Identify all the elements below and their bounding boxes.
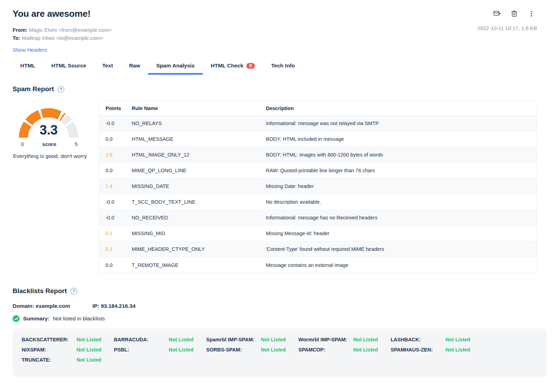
spam-report-section: Spam Report ? 3.3 0 score 5 Everything i… bbox=[13, 85, 546, 273]
gauge-max-label: 5 bbox=[75, 141, 78, 147]
table-row: 0.0MIME_QP_LONG_LINERAW: Quoted-printabl… bbox=[99, 163, 537, 179]
blacklist-status: Not Listed bbox=[353, 346, 378, 353]
summary-value: Not listed in blacklists bbox=[53, 315, 105, 322]
tab-raw[interactable]: Raw bbox=[129, 63, 140, 75]
blacklist-name: Spamrbl IMP-SPAM: bbox=[206, 336, 261, 343]
table-row: 1.6HTML_IMAGE_ONLY_12BODY: HTML: images … bbox=[99, 147, 537, 163]
blacklist-column: Wormrbl IMP-SPAM:Not ListedSPAMCOP:Not L… bbox=[298, 336, 391, 366]
more-options-icon[interactable] bbox=[528, 10, 535, 17]
description-cell: 'Content-Type' found without required MI… bbox=[260, 241, 537, 257]
tab-html-source[interactable]: HTML Source bbox=[51, 63, 86, 75]
rule-name-cell: MISSING_MID bbox=[125, 226, 260, 241]
tab-html[interactable]: HTML bbox=[20, 63, 35, 75]
rule-name-cell: MIME_QP_LONG_LINE bbox=[125, 163, 260, 179]
blacklist-status: Not Listed bbox=[77, 336, 101, 343]
tab-text[interactable]: Text bbox=[102, 63, 113, 75]
help-icon[interactable]: ? bbox=[58, 86, 64, 93]
spam-rules-table-wrap: PointsRule NameDescription -0.0NO_RELAYS… bbox=[99, 101, 537, 273]
blacklist-status: Not Listed bbox=[445, 346, 470, 353]
description-cell: Missing Message-Id: header bbox=[260, 226, 537, 241]
email-subject: You are awesome! bbox=[13, 8, 90, 19]
blacklist-entry: BARRACUDA:Not Listed bbox=[114, 336, 206, 343]
tab-label: Text bbox=[102, 63, 113, 69]
blacklist-entry: LASHBACK:Not Listed bbox=[391, 336, 483, 343]
description-cell: BODY: HTML: images with 800-1200 bytes o… bbox=[260, 147, 537, 163]
forward-email-icon[interactable] bbox=[493, 10, 501, 17]
blacklist-name: LASHBACK: bbox=[391, 336, 445, 343]
from-label: From: bbox=[13, 27, 28, 33]
tab-tech-info[interactable]: Tech Info bbox=[271, 63, 295, 75]
blacklist-status: Not Listed bbox=[77, 346, 101, 353]
tab-label: HTML Check bbox=[211, 63, 244, 69]
tab-spam-analysis[interactable]: Spam Analysis bbox=[156, 63, 195, 75]
blacklist-entry: SPAMCOP:Not Listed bbox=[298, 346, 391, 353]
points-cell: -0.0 bbox=[99, 194, 125, 210]
column-header-description: Description bbox=[260, 101, 537, 116]
blacklists-summary: Summary: Not listed in blacklists bbox=[13, 315, 546, 322]
rule-name-cell: T_SCC_BODY_TEXT_LINE bbox=[125, 194, 260, 210]
blacklist-column: LASHBACK:Not ListedSPAMHAUS-ZEN:Not List… bbox=[391, 336, 483, 366]
blacklist-entry: TRUNCATE:Not Listed bbox=[22, 356, 114, 363]
rule-name-cell: HTML_MESSAGE bbox=[125, 131, 260, 147]
domain-value: Domain: example.com bbox=[13, 303, 70, 309]
rule-name-cell: MISSING_DATE bbox=[125, 179, 260, 194]
spam-rules-table: PointsRule NameDescription -0.0NO_RELAYS… bbox=[99, 101, 537, 273]
help-icon[interactable]: ? bbox=[71, 288, 77, 295]
blacklist-status: Not Listed bbox=[169, 346, 194, 353]
blacklist-status: Not Listed bbox=[169, 336, 194, 343]
tab-label: Tech Info bbox=[271, 63, 295, 69]
table-row: 0.1MIME_HEADER_CTYPE_ONLY'Content-Type' … bbox=[99, 241, 537, 257]
blacklists-results-panel: BACKSCATTERER:Not ListedNIXSPAM:Not List… bbox=[13, 328, 546, 377]
blacklist-status: Not Listed bbox=[77, 356, 101, 363]
points-cell: -0.0 bbox=[99, 210, 125, 226]
tab-count-badge: 6 bbox=[246, 63, 255, 69]
points-cell: 0.1 bbox=[99, 241, 125, 257]
table-row: -0.0NO_RECEIVEDInformational: message ha… bbox=[99, 210, 537, 226]
blacklist-name: BARRACUDA: bbox=[114, 336, 169, 343]
blacklist-entry: PSBL:Not Listed bbox=[114, 346, 206, 353]
header-actions bbox=[493, 10, 535, 17]
points-cell: -0.0 bbox=[99, 116, 125, 131]
blacklist-entry: SPAMHAUS-ZEN:Not Listed bbox=[391, 346, 483, 353]
to-line: To: Mailtrap Inbox <to@example.com> bbox=[13, 34, 112, 42]
rule-name-cell: MIME_HEADER_CTYPE_ONLY bbox=[125, 241, 260, 257]
table-header-row: PointsRule NameDescription bbox=[99, 101, 537, 116]
email-header: You are awesome! bbox=[13, 8, 546, 19]
column-header-points: Points bbox=[99, 101, 125, 116]
tab-label: Raw bbox=[129, 63, 140, 69]
check-icon bbox=[13, 315, 20, 322]
points-cell: 0.0 bbox=[99, 257, 125, 273]
description-cell: BODY: HTML included in message bbox=[260, 131, 537, 147]
blacklist-column: BACKSCATTERER:Not ListedNIXSPAM:Not List… bbox=[22, 336, 114, 366]
gauge-min-label: 0 bbox=[21, 141, 24, 147]
points-cell: 0.0 bbox=[99, 163, 125, 179]
from-line: From: Magic Elves <from@example.com> bbox=[13, 26, 112, 34]
blacklist-name: Wormrbl IMP-SPAM: bbox=[298, 336, 353, 343]
to-value: Mailtrap Inbox <to@example.com> bbox=[22, 35, 103, 41]
table-row: 0.0HTML_MESSAGEBODY: HTML included in me… bbox=[99, 131, 537, 147]
from-value: Magic Elves <from@example.com> bbox=[29, 27, 112, 33]
gauge-score-label: score bbox=[42, 141, 56, 147]
table-row: 1.4MISSING_DATEMissing Date: header bbox=[99, 179, 537, 194]
show-headers-link[interactable]: Show Headers bbox=[13, 47, 47, 53]
blacklist-name: BACKSCATTERER: bbox=[22, 336, 77, 343]
points-cell: 0.0 bbox=[99, 131, 125, 147]
email-addresses: From: Magic Elves <from@example.com> To:… bbox=[13, 26, 112, 42]
blacklists-heading-row: Blacklists Report ? bbox=[13, 287, 546, 295]
blacklists-heading: Blacklists Report bbox=[13, 287, 67, 295]
table-row: 0.0T_REMOTE_IMAGEMessage contains an ext… bbox=[99, 257, 537, 273]
email-detail-page: You are awesome! bbox=[0, 0, 559, 377]
description-cell: No description available. bbox=[260, 194, 537, 210]
tab-label: HTML Source bbox=[51, 63, 86, 69]
points-cell: 1.6 bbox=[99, 147, 125, 163]
rule-name-cell: NO_RELAYS bbox=[125, 116, 260, 131]
tab-html-check[interactable]: HTML Check6 bbox=[211, 63, 255, 75]
gauge-score-value: 3.3 bbox=[15, 123, 82, 138]
blacklists-target-row: Domain: example.com IP: 93.184.216.34 bbox=[13, 303, 546, 309]
table-row: -0.0NO_RELAYSInformational: message was … bbox=[99, 116, 537, 131]
delete-icon[interactable] bbox=[510, 10, 518, 17]
blacklist-entry: SORBS-SPAM:Not Listed bbox=[206, 346, 298, 353]
blacklist-column: Spamrbl IMP-SPAM:Not ListedSORBS-SPAM:No… bbox=[206, 336, 298, 366]
rule-name-cell: NO_RECEIVED bbox=[125, 210, 260, 226]
column-header-rule-name: Rule Name bbox=[125, 101, 260, 116]
